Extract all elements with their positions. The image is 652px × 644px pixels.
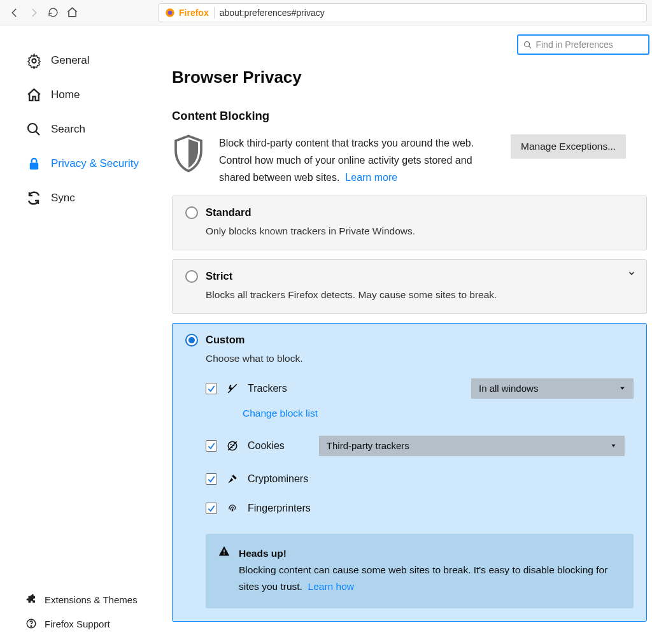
- option-sub: Blocks all trackers Firefox detects. May…: [206, 289, 634, 301]
- help-icon: [25, 618, 37, 629]
- sidebar-item-general[interactable]: General: [20, 43, 164, 78]
- svg-rect-18: [223, 549, 225, 552]
- change-block-list-link[interactable]: Change block list: [243, 408, 318, 419]
- back-button[interactable]: [5, 3, 24, 22]
- home-icon: [25, 87, 42, 103]
- sync-icon: [25, 190, 42, 206]
- firefox-icon: [165, 8, 175, 18]
- option-sub: Choose what to block.: [206, 353, 634, 364]
- radio-standard[interactable]: [185, 206, 198, 219]
- fingerprinters-label: Fingerprinters: [248, 503, 311, 514]
- svg-point-13: [230, 443, 232, 445]
- svg-line-4: [36, 131, 39, 135]
- warning-icon: [218, 545, 230, 596]
- chevron-down-icon: [610, 442, 617, 449]
- sidebar-item-privacy[interactable]: Privacy & Security: [20, 147, 164, 181]
- radio-strict[interactable]: [185, 270, 198, 283]
- svg-point-1: [168, 10, 173, 15]
- heads-up-title: Heads up!: [239, 545, 621, 562]
- manage-exceptions-button[interactable]: Manage Exceptions...: [511, 134, 626, 159]
- reload-button[interactable]: [43, 3, 62, 22]
- learn-how-link[interactable]: Learn how: [308, 581, 354, 592]
- address-bar[interactable]: Firefox about:preferences#privacy: [158, 3, 647, 22]
- search-icon: [25, 121, 42, 138]
- checkbox-cookies[interactable]: [206, 440, 217, 452]
- option-title: Strict: [206, 270, 232, 282]
- trackers-icon: [226, 382, 239, 395]
- trackers-scope-dropdown[interactable]: In all windows: [471, 378, 634, 399]
- cryptominers-icon: [226, 473, 239, 485]
- page-title: Browser Privacy: [172, 68, 647, 87]
- option-title: Custom: [206, 334, 244, 346]
- browser-toolbar: Firefox about:preferences#privacy: [0, 0, 652, 25]
- search-icon: [523, 40, 532, 50]
- trackers-label: Trackers: [248, 383, 287, 394]
- puzzle-icon: [25, 594, 37, 605]
- chevron-down-icon: [619, 385, 626, 392]
- svg-marker-17: [611, 445, 615, 447]
- radio-custom[interactable]: [185, 334, 198, 347]
- checkbox-fingerprinters[interactable]: [206, 503, 217, 514]
- sidebar-item-label: Extensions & Themes: [45, 594, 138, 605]
- sidebar-item-label: General: [51, 54, 89, 67]
- sidebar-item-label: Home: [51, 89, 80, 101]
- content-blocking-description: Block third-party content that tracks yo…: [219, 134, 499, 187]
- heads-up-body: Blocking content can cause some web site…: [239, 562, 621, 596]
- svg-rect-5: [29, 162, 38, 169]
- sidebar-item-extensions[interactable]: Extensions & Themes: [20, 587, 164, 612]
- fingerprinters-icon: [226, 502, 239, 515]
- section-heading: Content Blocking: [172, 109, 647, 123]
- svg-line-9: [528, 46, 530, 48]
- sidebar-item-label: Firefox Support: [45, 619, 110, 629]
- cookies-label: Cookies: [248, 440, 285, 452]
- gear-icon: [25, 52, 42, 69]
- cookies-icon: [226, 440, 239, 452]
- home-button[interactable]: [62, 3, 82, 22]
- option-strict[interactable]: Strict Blocks all trackers Firefox detec…: [172, 259, 647, 314]
- svg-marker-11: [620, 387, 624, 390]
- checkbox-trackers[interactable]: [206, 383, 217, 394]
- svg-rect-19: [223, 553, 225, 554]
- sidebar-item-home[interactable]: Home: [20, 78, 164, 112]
- svg-point-2: [32, 59, 36, 62]
- option-standard[interactable]: Standard Only blocks known trackers in P…: [172, 196, 647, 250]
- sidebar-item-sync[interactable]: Sync: [20, 181, 164, 215]
- preferences-search[interactable]: [517, 34, 649, 55]
- content-area: Browser Privacy Content Blocking Block t…: [172, 25, 652, 643]
- cryptominers-label: Cryptominers: [248, 473, 308, 485]
- forward-button[interactable]: [24, 3, 43, 22]
- heads-up-card: Heads up! Blocking content can cause som…: [206, 534, 634, 608]
- sidebar-item-label: Sync: [51, 192, 75, 204]
- address-bar-url: about:preferences#privacy: [220, 8, 325, 18]
- learn-more-link[interactable]: Learn more: [345, 172, 397, 183]
- preferences-search-input[interactable]: [535, 39, 643, 50]
- shield-icon: [172, 134, 208, 173]
- firefox-brand-label: Firefox: [165, 8, 209, 18]
- svg-point-8: [525, 41, 530, 47]
- svg-point-3: [28, 124, 37, 132]
- sidebar-item-search[interactable]: Search: [20, 112, 164, 147]
- option-sub: Only blocks known trackers in Private Wi…: [206, 225, 634, 237]
- cookies-scope-dropdown[interactable]: Third-party trackers: [319, 436, 625, 456]
- sidebar-item-label: Search: [51, 123, 85, 136]
- sidebar-item-support[interactable]: Firefox Support: [20, 612, 164, 636]
- lock-icon: [25, 155, 42, 172]
- sidebar: General Home Search Privacy & Security S…: [0, 25, 172, 643]
- sidebar-item-label: Privacy & Security: [51, 157, 139, 170]
- checkbox-cryptominers[interactable]: [206, 473, 217, 485]
- option-custom[interactable]: Custom Choose what to block. Trackers In…: [172, 323, 647, 622]
- chevron-down-icon[interactable]: [627, 269, 636, 278]
- option-title: Standard: [206, 206, 252, 218]
- svg-point-7: [31, 626, 32, 627]
